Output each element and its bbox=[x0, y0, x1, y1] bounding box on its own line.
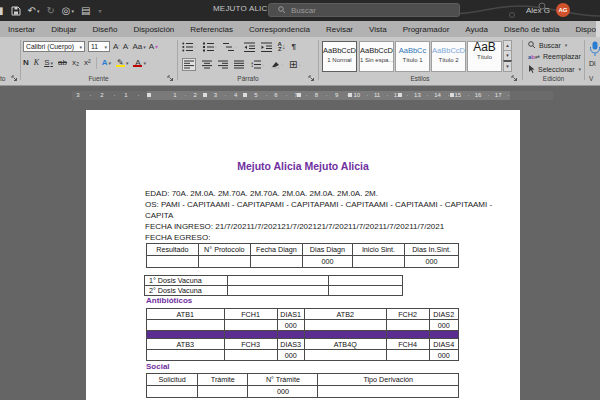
replace-button[interactable]: ab⇄ Reemplazar bbox=[528, 53, 581, 60]
font-color-button[interactable]: A▾ bbox=[133, 58, 146, 68]
text-effects-button[interactable]: A▾ bbox=[102, 58, 111, 68]
table-cell[interactable]: Tipo Derivación bbox=[318, 374, 459, 386]
undo-icon[interactable]: ↶▾ bbox=[28, 6, 40, 16]
bullet-list-icon[interactable]: ▾ bbox=[182, 42, 197, 52]
grow-font-button[interactable]: Aˆ bbox=[113, 42, 120, 52]
line-spacing-icon[interactable]: ↕▾ bbox=[250, 60, 265, 70]
table-cell[interactable]: 000 bbox=[429, 350, 458, 361]
tab-diseno-de-tabla[interactable]: Diseño de tabla bbox=[496, 25, 568, 34]
table-cell[interactable]: FCH2 bbox=[386, 309, 429, 320]
ruler-column-marker-icon[interactable] bbox=[450, 93, 454, 97]
ruler-column-marker-icon[interactable] bbox=[203, 93, 207, 97]
paragraph-dialog-launcher-icon[interactable] bbox=[308, 75, 315, 82]
table-cell[interactable] bbox=[329, 286, 403, 296]
avatar[interactable]: AG bbox=[556, 3, 570, 17]
clear-formatting-button[interactable]: A✦ bbox=[149, 42, 159, 52]
user-name[interactable]: Alex G bbox=[526, 6, 550, 15]
highlight-color-button[interactable]: ✎▾ bbox=[116, 58, 129, 68]
table-cell[interactable]: Resultado bbox=[147, 244, 199, 256]
decrease-indent-icon[interactable] bbox=[244, 42, 255, 52]
underline-button[interactable]: S▾ bbox=[44, 58, 53, 68]
table-cell[interactable]: Trámite bbox=[198, 374, 248, 386]
table-cell[interactable]: ATB1 bbox=[147, 309, 225, 320]
table-cell[interactable] bbox=[304, 331, 386, 339]
font-name-select[interactable]: Calibri (Cuerpo)▾ bbox=[23, 41, 85, 52]
sort-icon[interactable]: AZ↓ bbox=[278, 42, 286, 52]
table-cell[interactable] bbox=[304, 320, 386, 331]
table-cell[interactable]: 000 bbox=[429, 320, 458, 331]
table-cell[interactable] bbox=[386, 331, 429, 339]
table-cell[interactable] bbox=[224, 331, 277, 339]
table-cell[interactable] bbox=[224, 350, 277, 361]
show-paragraph-marks-icon[interactable]: ¶ bbox=[291, 42, 295, 52]
table-cell[interactable] bbox=[352, 256, 404, 268]
table-cell[interactable]: FCH3 bbox=[224, 339, 277, 350]
tab-ayuda[interactable]: Ayuda bbox=[457, 25, 496, 34]
table-cell[interactable] bbox=[147, 256, 199, 268]
styles-gallery-more-icon[interactable]: ▼ bbox=[503, 60, 512, 72]
table-cell[interactable]: 2° Dosis Vacuna bbox=[145, 286, 228, 296]
qat-overflow-icon[interactable]: ▿ bbox=[98, 6, 102, 16]
change-case-button[interactable]: Aa▾ bbox=[132, 42, 145, 52]
ruler-column-marker-icon[interactable] bbox=[243, 93, 247, 97]
tab-disposicion[interactable]: Disposición bbox=[125, 25, 182, 34]
table-cell[interactable]: 000 bbox=[405, 256, 459, 268]
table-cell[interactable]: DIAS3 bbox=[277, 339, 304, 350]
tab-correspondencia[interactable]: Correspondencia bbox=[241, 25, 318, 34]
style-normal[interactable]: AaBbCcDd 1 Normal bbox=[322, 41, 357, 72]
strikethrough-button[interactable]: ab bbox=[58, 58, 67, 68]
multilevel-list-icon[interactable]: ▾ bbox=[223, 42, 238, 52]
select-button[interactable]: Seleccionar▾ bbox=[528, 65, 581, 73]
ruler-column-marker-icon[interactable] bbox=[147, 93, 151, 97]
table-cell[interactable] bbox=[147, 386, 198, 398]
table-cell[interactable] bbox=[147, 350, 225, 361]
table-cell[interactable] bbox=[318, 386, 459, 398]
justify-icon[interactable] bbox=[234, 60, 244, 69]
tab-revisar[interactable]: Revisar bbox=[318, 25, 361, 34]
dictate-label-fragment[interactable]: Di bbox=[589, 60, 596, 67]
table-cell[interactable]: FCH4 bbox=[386, 339, 429, 350]
table-cell[interactable]: Solicitud bbox=[147, 374, 198, 386]
touch-mode-icon[interactable]: ◎▾ bbox=[62, 6, 74, 16]
find-button[interactable]: Buscar▾ bbox=[528, 41, 567, 49]
table-cell[interactable]: N° Protocolo bbox=[198, 244, 250, 256]
tab-dibujar[interactable]: Dibujar bbox=[43, 25, 84, 34]
table-cell[interactable] bbox=[386, 320, 429, 331]
table-cell[interactable] bbox=[198, 386, 248, 398]
align-center-icon[interactable] bbox=[202, 60, 212, 69]
table-cell[interactable]: Dias In.Sint. bbox=[405, 244, 459, 256]
ruler-column-marker-icon[interactable] bbox=[297, 93, 301, 97]
style-no-spacing[interactable]: AaBbCcDd 1 Sin espa... bbox=[359, 41, 394, 72]
table-cell[interactable] bbox=[147, 320, 225, 331]
shading-icon[interactable]: ▾ bbox=[271, 60, 284, 70]
ruler[interactable]: 3211234567891011121314151617 bbox=[72, 91, 553, 100]
tab-insertar[interactable]: Insertar bbox=[0, 25, 43, 34]
table-cell[interactable]: ATB3 bbox=[147, 339, 225, 350]
tab-vista[interactable]: Vista bbox=[361, 25, 395, 34]
table-cell[interactable]: 000 bbox=[302, 256, 352, 268]
ruler-column-marker-icon[interactable] bbox=[348, 93, 352, 97]
table-cell[interactable]: 000 bbox=[277, 350, 304, 361]
style-title[interactable]: AaB Título bbox=[467, 41, 502, 72]
align-left-icon[interactable] bbox=[182, 58, 196, 71]
font-size-select[interactable]: 11▾ bbox=[88, 41, 110, 52]
table-cell[interactable]: Inicio Sint. bbox=[352, 244, 404, 256]
table-cell[interactable] bbox=[224, 320, 277, 331]
table-cell[interactable]: DIAS2 bbox=[429, 309, 458, 320]
table-cell[interactable] bbox=[386, 350, 429, 361]
table-cell[interactable] bbox=[429, 331, 458, 339]
font-dialog-launcher-icon[interactable] bbox=[167, 75, 174, 82]
table-cell[interactable] bbox=[250, 256, 302, 268]
table-cell[interactable] bbox=[198, 256, 250, 268]
bold-button[interactable]: N bbox=[23, 58, 29, 68]
dictate-microphone-icon[interactable] bbox=[589, 41, 600, 57]
table-cell[interactable]: DIAS4 bbox=[429, 339, 458, 350]
tab-referencias[interactable]: Referencias bbox=[182, 25, 241, 34]
clipboard-dialog-launcher-icon[interactable] bbox=[11, 75, 18, 82]
borders-icon[interactable]: ⊞▾ bbox=[289, 60, 301, 70]
ruler-column-marker-icon[interactable] bbox=[398, 93, 402, 97]
document-page[interactable]: Mejuto Alicia Mejuto Alicia EDAD: 70A. 2… bbox=[86, 110, 520, 400]
align-right-icon[interactable] bbox=[218, 60, 228, 69]
clipped-icon[interactable]: ▮ bbox=[0, 6, 4, 16]
table-cell[interactable]: N° Trámite bbox=[248, 374, 318, 386]
